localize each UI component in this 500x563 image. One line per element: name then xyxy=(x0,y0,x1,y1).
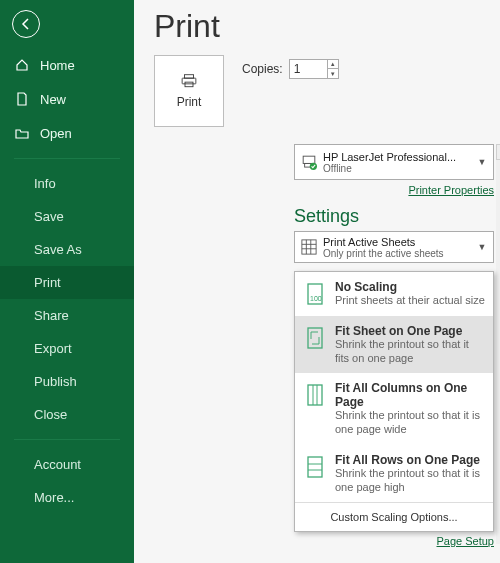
print-button[interactable]: Print xyxy=(154,55,224,127)
printer-properties-link[interactable]: Printer Properties xyxy=(294,184,494,196)
svg-rect-17 xyxy=(308,385,322,405)
fit-rows-icon xyxy=(303,453,327,495)
sidebar-label-new: New xyxy=(40,92,66,107)
fit-sheet-icon xyxy=(303,324,327,366)
printer-icon xyxy=(181,73,197,89)
copies-label: Copies: xyxy=(242,62,283,76)
sidebar-item-account[interactable]: Account xyxy=(0,448,134,481)
page-title: Print xyxy=(154,8,500,45)
back-button[interactable] xyxy=(12,10,40,38)
printer-status: Offline xyxy=(323,163,469,174)
scaling-dropdown: 100 No Scaling Print sheets at their act… xyxy=(294,271,494,532)
copies-spin-up[interactable]: ▲ xyxy=(327,59,338,69)
svg-text:100: 100 xyxy=(310,295,322,302)
sidebar-item-close[interactable]: Close xyxy=(0,398,134,431)
svg-rect-20 xyxy=(308,457,322,477)
sidebar-item-share[interactable]: Share xyxy=(0,299,134,332)
printer-selector[interactable]: HP LaserJet Professional... Offline ▼ xyxy=(294,144,494,180)
scaling-option-no-scaling[interactable]: 100 No Scaling Print sheets at their act… xyxy=(295,272,493,316)
sidebar-item-more[interactable]: More... xyxy=(0,481,134,514)
copies-input[interactable]: 1 ▲ ▼ xyxy=(289,59,339,79)
scaling-option-fit-sheet[interactable]: Fit Sheet on One Page Shrink the printou… xyxy=(295,316,493,374)
sidebar-separator xyxy=(14,158,120,159)
sidebar-item-new[interactable]: New xyxy=(0,82,134,116)
scroll-up-button[interactable]: ▲ xyxy=(496,144,500,160)
no-scaling-icon: 100 xyxy=(303,280,327,308)
scaling-option-fit-rows[interactable]: Fit All Rows on One Page Shrink the prin… xyxy=(295,445,493,503)
chevron-down-icon: ▼ xyxy=(475,157,489,167)
printer-status-icon xyxy=(301,154,317,170)
sidebar-item-home[interactable]: Home xyxy=(0,48,134,82)
svg-rect-2 xyxy=(185,82,193,87)
sheets-icon xyxy=(301,239,317,255)
fit-columns-icon xyxy=(303,381,327,437)
copies-spin-down[interactable]: ▼ xyxy=(327,69,338,79)
sidebar-item-publish[interactable]: Publish xyxy=(0,365,134,398)
custom-scaling-options[interactable]: Custom Scaling Options... xyxy=(295,502,493,531)
settings-scrollbar[interactable]: ▲ xyxy=(496,144,500,544)
svg-rect-16 xyxy=(308,328,322,348)
home-icon xyxy=(14,57,30,73)
sidebar-item-saveas[interactable]: Save As xyxy=(0,233,134,266)
svg-rect-1 xyxy=(182,78,196,84)
sidebar-label-home: Home xyxy=(40,58,75,73)
print-backstage-main: Print Print Copies: 1 ▲ ▼ xyxy=(134,0,500,563)
sidebar-separator xyxy=(14,439,120,440)
svg-rect-3 xyxy=(303,156,315,163)
sidebar-item-info[interactable]: Info xyxy=(0,167,134,200)
svg-rect-6 xyxy=(302,240,316,254)
print-what-selector[interactable]: Print Active Sheets Only print the activ… xyxy=(294,231,494,263)
printer-name: HP LaserJet Professional... xyxy=(323,151,469,163)
svg-rect-0 xyxy=(184,75,193,78)
chevron-down-icon: ▼ xyxy=(475,242,489,252)
sidebar-item-open[interactable]: Open xyxy=(0,116,134,150)
backstage-sidebar: Home New Open Info Save Save As Print Sh… xyxy=(0,0,134,563)
settings-heading: Settings xyxy=(294,206,494,227)
file-icon xyxy=(14,91,30,107)
print-button-label: Print xyxy=(177,95,202,109)
sidebar-item-save[interactable]: Save xyxy=(0,200,134,233)
page-setup-link[interactable]: Page Setup xyxy=(294,535,494,547)
scaling-option-fit-columns[interactable]: Fit All Columns on One Page Shrink the p… xyxy=(295,373,493,445)
sidebar-label-open: Open xyxy=(40,126,72,141)
folder-open-icon xyxy=(14,125,30,141)
copies-value: 1 xyxy=(290,62,327,76)
sidebar-item-print[interactable]: Print xyxy=(0,266,134,299)
sidebar-item-export[interactable]: Export xyxy=(0,332,134,365)
